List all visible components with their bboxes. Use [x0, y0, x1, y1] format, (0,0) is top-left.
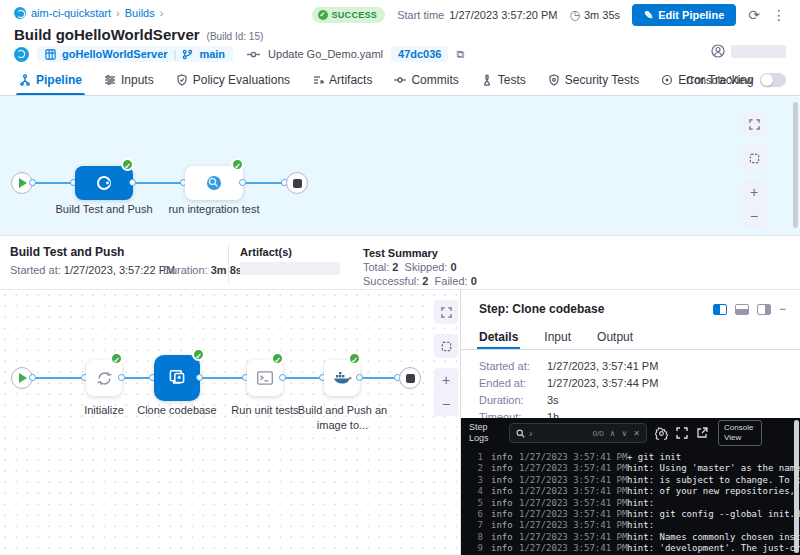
ci-module-icon [14, 47, 29, 62]
connector-dot [196, 374, 203, 381]
top-header: aim-ci-quickstart › Builds › ✓ SUCCESS S… [0, 0, 800, 64]
layout-split-view-icon[interactable] [713, 304, 727, 315]
project-icon [14, 7, 26, 19]
step-logs-console: Step Logs › 0/0 ∧ ∨ ✕ [461, 418, 800, 555]
duration-value: 3m 8s [211, 264, 242, 276]
refresh-icon[interactable]: ⟳ [748, 7, 760, 23]
artifacts-label: Artifact(s) [240, 246, 292, 258]
edit-pipeline-button[interactable]: ✎ Edit Pipeline [632, 4, 736, 26]
console-scrollbar[interactable] [794, 420, 799, 553]
started-at-value: 1/27/2023, 3:57:22 PM [64, 264, 175, 276]
layout-right-view-icon[interactable] [757, 304, 771, 315]
tab-policy-evaluations[interactable]: Policy Evaluations [165, 64, 301, 95]
log-row: 3info1/27/2023 3:57:41 PMhint: is subjec… [461, 475, 800, 486]
commit-message: Update Go_Demo.yaml [268, 48, 383, 60]
zoom-in-button[interactable]: + [434, 368, 458, 392]
step-label[interactable]: Clone codebase [132, 403, 222, 418]
skipped-label: Skipped: [405, 261, 448, 273]
chevron-right-icon: › [116, 7, 120, 19]
inputs-icon [104, 74, 116, 86]
connector-line [133, 182, 185, 184]
log-row: 2info1/27/2023 3:57:41 PMhint: Using 'ma… [461, 463, 800, 474]
log-row: 1info1/27/2023 3:57:41 PM+ git init [461, 452, 800, 463]
copy-icon[interactable]: ⧉ [456, 48, 464, 61]
branch-name[interactable]: main [199, 48, 225, 60]
stage-pane-scrollbar[interactable] [793, 102, 798, 228]
field-value: 1/27/2023, 3:57:44 PM [547, 377, 658, 389]
success-check-icon: ✓ [121, 158, 134, 171]
log-search-input[interactable]: › 0/0 ∧ ∨ ✕ [509, 423, 647, 443]
failed-value: 0 [471, 275, 477, 287]
breadcrumb-builds[interactable]: Builds [125, 7, 155, 19]
step-node-clone-codebase[interactable] [154, 355, 200, 401]
fullscreen-button[interactable] [434, 300, 458, 324]
field-value: 1/27/2023, 3:57:41 PM [547, 360, 658, 372]
repo-branch-chip: goHelloWorldServer | main [37, 46, 233, 62]
stage-node-run-integration-test[interactable] [185, 166, 243, 200]
fullscreen-button[interactable] [742, 112, 766, 136]
chevron-right-icon: › [160, 7, 164, 19]
search-icon [516, 429, 525, 438]
tab-inputs[interactable]: Inputs [93, 64, 165, 95]
successful-value: 2 [422, 275, 428, 287]
zoom-controls: + − [434, 368, 458, 416]
breadcrumb-project[interactable]: aim-ci-quickstart [31, 7, 111, 19]
zoom-out-button[interactable]: − [742, 204, 766, 228]
log-settings-gear-icon[interactable] [655, 427, 668, 440]
total-label: Total: [363, 261, 389, 273]
commit-icon [247, 48, 260, 61]
console-view-button[interactable]: Console View [718, 420, 762, 446]
stage-label[interactable]: run integration test [165, 202, 263, 217]
build-id: (Build Id: 15) [207, 31, 264, 42]
clock-icon: ◷ [569, 8, 579, 22]
search-next-icon[interactable]: ∨ [621, 429, 627, 438]
connector-line [243, 182, 286, 184]
search-close-icon[interactable]: ✕ [633, 429, 640, 438]
tab-output[interactable]: Output [597, 324, 633, 349]
stage-label[interactable]: Build Test and Push [55, 202, 153, 217]
tab-details[interactable]: Details [479, 324, 518, 349]
tab-tests[interactable]: Tests [470, 64, 537, 95]
log-fullscreen-icon[interactable] [676, 427, 688, 439]
policy-shield-icon [176, 74, 188, 86]
stage-node-build-test-and-push[interactable] [75, 166, 133, 200]
page-title: Build goHelloWorldServer [14, 26, 200, 43]
stop-icon [293, 179, 302, 188]
search-prev-icon[interactable]: ∧ [610, 429, 616, 438]
zoom-in-button[interactable]: + [742, 180, 766, 204]
minimize-panel-icon[interactable]: − [779, 302, 786, 316]
fit-to-view-button[interactable] [434, 334, 458, 358]
kebab-menu-icon[interactable]: ⋮ [772, 7, 786, 23]
step-graph-canvas[interactable]: ✓ Initialize ✓ Clone codebase ✓ Run unit… [0, 290, 458, 555]
tab-pipeline[interactable]: Pipeline [8, 64, 93, 95]
connector-line [33, 182, 75, 184]
elapsed-time: ◷ 3m 35s [569, 8, 620, 22]
tab-input[interactable]: Input [544, 324, 571, 349]
fit-to-view-button[interactable] [742, 146, 766, 170]
stage-graph-canvas[interactable]: ✓ Build Test and Push ✓ run integration … [0, 96, 800, 235]
execution-tabbar: Pipeline Inputs Policy Evaluations Artif… [0, 64, 800, 96]
step-label[interactable]: Build and Push an image to... [296, 403, 389, 433]
tab-artifacts[interactable]: Artifacts [301, 64, 383, 95]
tab-security-tests[interactable]: Security Tests [537, 64, 650, 95]
step-details-panel: Step: Clone codebase − Details Input Out… [460, 290, 800, 555]
layout-bottom-view-icon[interactable] [735, 304, 749, 315]
log-row: 9info1/27/2023 3:57:41 PMhint: 'developm… [461, 543, 800, 554]
clone-codebase-icon [166, 367, 188, 389]
tab-commits[interactable]: Commits [383, 64, 469, 95]
terminal-icon [256, 369, 274, 387]
repo-name[interactable]: goHelloWorldServer [62, 48, 168, 60]
commit-sha[interactable]: 47dc036 [391, 46, 448, 62]
test-summary: Test Summary Total: 2 Skipped: 0 Success… [363, 246, 477, 288]
success-check-icon: ✓ [192, 348, 205, 361]
console-view-toggle[interactable] [760, 73, 786, 87]
stage-end-node [399, 367, 421, 389]
connector-dot [29, 179, 36, 186]
open-in-new-icon[interactable] [696, 427, 708, 439]
log-lines[interactable]: 1info1/27/2023 3:57:41 PM+ git init 2inf… [461, 452, 800, 555]
success-check-icon: ✓ [110, 352, 123, 365]
log-row: 5info1/27/2023 3:57:41 PMhint: [461, 498, 800, 509]
artifact-value-redacted[interactable] [240, 262, 340, 275]
zoom-out-button[interactable]: − [434, 392, 458, 416]
connector-dot [29, 374, 36, 381]
